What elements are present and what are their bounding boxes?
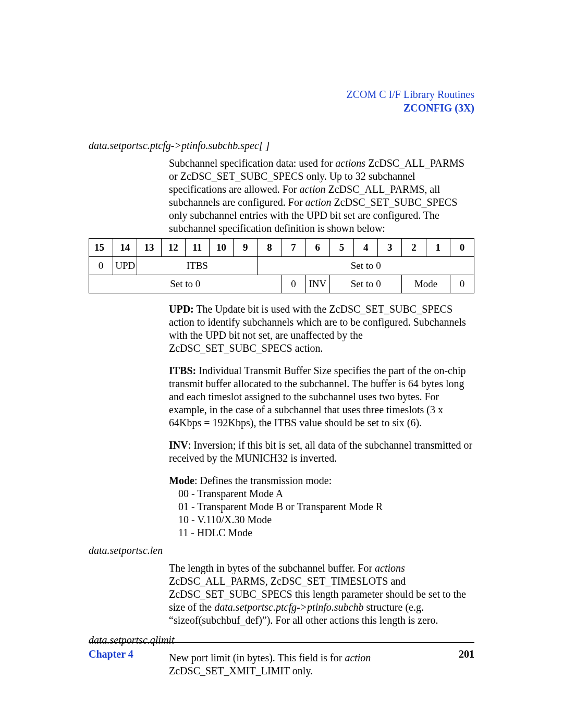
bit-col-15: 15	[89, 239, 113, 257]
def-inv-text: : Inversion; if this bit is set, all dat…	[169, 439, 472, 464]
bit-col-2: 2	[402, 239, 426, 257]
mode-01: 01 - Transparent Mode B or Transparent M…	[178, 500, 474, 513]
header-line-2: ZCONFIG (3X)	[89, 101, 474, 115]
def-upd: UPD: The Update bit is used with the ZcD…	[169, 303, 474, 355]
bit-col-1: 1	[426, 239, 450, 257]
footer-row: Chapter 4 201	[89, 648, 474, 660]
bits-row-2: Set to 0 0 INV Set to 0 Mode 0	[89, 275, 474, 293]
bits-r2-zero: 0	[282, 275, 305, 293]
mode-10: 10 - V.110/X.30 Mode	[178, 513, 474, 526]
bits-r2-mode: Mode	[402, 275, 450, 293]
bit-col-7: 7	[282, 239, 305, 257]
bits-r1-itbs: ITBS	[137, 257, 258, 275]
bit-col-3: 3	[378, 239, 402, 257]
bit-col-5: 5	[329, 239, 353, 257]
def-mode-text: : Defines the transmission mode:	[194, 475, 332, 486]
bits-r1-set0: Set to 0	[258, 257, 474, 275]
def-itbs: ITBS: Individual Transmit Buffer Size sp…	[169, 364, 474, 429]
def-mode: Mode: Defines the transmission mode: 00 …	[169, 474, 474, 539]
bit-col-8: 8	[258, 239, 282, 257]
section-heading-spec: data.setportsc.ptcfg->ptinfo.subchb.spec…	[89, 140, 474, 152]
bit-col-10: 10	[209, 239, 233, 257]
bits-header-row: 15 14 13 12 11 10 9 8 7 6 5 4 3 2 1 0	[89, 239, 474, 257]
bits-r2-inv: INV	[305, 275, 329, 293]
bits-r2-zero2: 0	[450, 275, 474, 293]
def-inv: INV: Inversion; if this bit is set, all …	[169, 439, 474, 465]
bit-col-9: 9	[234, 239, 258, 257]
bits-row-1: 0 UPD ITBS Set to 0	[89, 257, 474, 275]
bits-table: 15 14 13 12 11 10 9 8 7 6 5 4 3 2 1 0 0 …	[89, 238, 474, 293]
bit-col-6: 6	[305, 239, 329, 257]
bit-col-14: 14	[113, 239, 137, 257]
section-heading-len: data.setportsc.len	[89, 545, 474, 557]
def-upd-label: UPD:	[169, 303, 194, 315]
footer-chapter: Chapter 4	[89, 648, 133, 660]
bits-table-container: 15 14 13 12 11 10 9 8 7 6 5 4 3 2 1 0 0 …	[89, 238, 474, 293]
bit-col-13: 13	[137, 239, 161, 257]
bit-col-11: 11	[185, 239, 209, 257]
def-itbs-text: Individual Transmit Buffer Size specifie…	[169, 365, 466, 428]
mode-00: 00 - Transparent Mode A	[178, 487, 474, 500]
bit-col-4: 4	[354, 239, 378, 257]
footer-rule	[89, 642, 474, 643]
mode-11: 11 - HDLC Mode	[178, 526, 474, 539]
bit-col-0: 0	[450, 239, 474, 257]
bits-r2-set0b: Set to 0	[329, 275, 402, 293]
bits-r2-set0a: Set to 0	[89, 275, 282, 293]
section-para-spec: Subchannel specification data: used for …	[169, 157, 474, 235]
bit-col-12: 12	[161, 239, 185, 257]
page-header: ZCOM C I/F Library Routines ZCONFIG (3X)	[89, 88, 474, 115]
def-upd-text: The Update bit is used with the ZcDSC_SE…	[169, 303, 466, 354]
section-para-len: The length in bytes of the subchannel bu…	[169, 562, 474, 627]
page: ZCOM C I/F Library Routines ZCONFIG (3X)…	[0, 0, 563, 728]
def-itbs-label: ITBS:	[169, 365, 196, 376]
page-footer: Chapter 4 201	[89, 642, 474, 660]
bits-r1-upd: UPD	[113, 257, 137, 275]
header-line-1: ZCOM C I/F Library Routines	[89, 88, 474, 101]
def-inv-label: INV	[169, 439, 188, 451]
mode-list: 00 - Transparent Mode A 01 - Transparent…	[178, 487, 474, 539]
footer-page-number: 201	[459, 648, 474, 660]
def-mode-label: Mode	[169, 475, 194, 486]
bits-r1-15: 0	[89, 257, 113, 275]
